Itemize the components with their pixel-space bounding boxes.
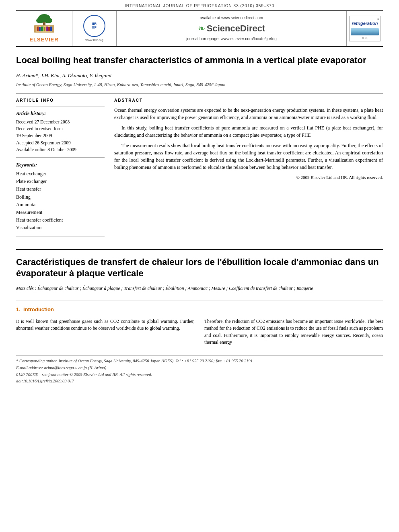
svg-rect-9 <box>44 27 45 31</box>
introduction-section: 1. Introduction It is well known that gr… <box>16 300 383 346</box>
article-info-header: ARTICLE INFO <box>16 98 105 103</box>
intro-right-col: Therefore, the reduction of CO2 emission… <box>204 318 383 346</box>
keyword-plate-exchanger: Plate exchanger <box>16 178 105 185</box>
footnote-license: 0140-7007/$ – see front matter © 2009 El… <box>16 372 383 378</box>
elsevier-tree-icon <box>30 13 58 35</box>
sciencedirect-block: available at www.sciencedirect.com ❧ Sci… <box>117 11 347 46</box>
affiliation: Institute of Ocean Energy, Saga Universi… <box>16 82 383 88</box>
keyword-htc: Heat transfer coefficient <box>16 216 105 224</box>
svg-point-4 <box>36 18 44 23</box>
keyword-measurement: Measurement <box>16 209 105 216</box>
abstract-para-2: In this study, boiling heat transfer coe… <box>114 124 383 139</box>
svg-rect-8 <box>41 27 43 31</box>
footnotes: * Corresponding author. Institute of Oce… <box>16 355 383 384</box>
article-info-abstract: ARTICLE INFO Article history: Received 2… <box>16 98 383 239</box>
footnote-corresponding: * Corresponding author. Institute of Oce… <box>16 358 383 364</box>
history-item-1: Received 27 December 2008 <box>16 119 105 125</box>
divider-4 <box>16 236 105 236</box>
svg-point-5 <box>44 18 52 23</box>
history-label: Article history: <box>16 110 105 117</box>
refrig-title: refrigeration <box>351 21 379 26</box>
history-item-3: 19 September 2009 <box>16 132 105 139</box>
article-title: Local boiling heat transfer characterist… <box>16 55 383 66</box>
refrig-box: ≡ refrigeration ⊕ ⊙ <box>349 16 380 42</box>
introduction-columns: It is well known that greenhouse gases s… <box>16 318 383 346</box>
divider-1 <box>16 93 383 94</box>
history-item-5: Available online 8 October 2009 <box>16 146 105 153</box>
divider-2 <box>16 107 105 107</box>
abstract-para-3: The measurement results show that local … <box>114 142 383 171</box>
history-item-2: Received in revised form <box>16 125 105 132</box>
svg-rect-11 <box>48 27 50 31</box>
abstract-para-1: Ocean thermal energy conversion systems … <box>114 107 383 121</box>
mots-cles-label: Mots clés : <box>16 286 36 291</box>
keyword-heat-exchanger: Heat exchanger <box>16 170 105 178</box>
authors-line: H. Arima*, J.H. Kim, A. Okamoto, Y. Ikeg… <box>16 72 383 79</box>
history-item-4: Accepted 26 September 2009 <box>16 140 105 146</box>
refrigeration-journal-cover: ≡ refrigeration ⊕ ⊙ <box>347 11 383 46</box>
svg-rect-7 <box>39 27 41 31</box>
journal-header: INTERNATIONAL JOURNAL OF REFRIGERATION 3… <box>0 0 399 10</box>
abstract-col: ABSTRACT Ocean thermal energy conversion… <box>114 98 383 239</box>
mots-cles-values: Échangeur de chaleur ; Échangeur à plaqu… <box>37 286 313 291</box>
svg-rect-6 <box>37 27 39 31</box>
french-section: Caractéristiques de transfert de chaleur… <box>16 249 383 292</box>
elsevier-label: ELSEVIER <box>29 36 58 43</box>
elsevier-logo: ELSEVIER <box>16 11 72 46</box>
sd-available-text: available at www.sciencedirect.com <box>200 15 263 21</box>
abstract-text: Ocean thermal energy conversion systems … <box>114 107 383 181</box>
french-title: Caractéristiques de transfert de chaleur… <box>16 257 383 279</box>
logos-bar: ELSEVIER IIRIIF www.iifiir.org available… <box>16 10 383 47</box>
keyword-heat-transfer: Heat transfer <box>16 185 105 193</box>
svg-rect-12 <box>50 27 52 31</box>
footnote-email: E-mail address: arima@ioes.saga-u.ac.jp … <box>16 365 383 371</box>
iifiir-emblem: IIRIIF <box>83 15 105 37</box>
sd-homepage-text: journal homepage: www.elsevier.com/locat… <box>186 36 277 42</box>
sciencedirect-logo: ❧ ScienceDirect <box>198 23 265 35</box>
mots-cles: Mots clés : Échangeur de chaleur ; Échan… <box>16 285 383 292</box>
abstract-header: ABSTRACT <box>114 98 383 103</box>
iifiir-url: www.iifiir.org <box>85 38 103 42</box>
keyword-boiling: Boiling <box>16 193 105 201</box>
keywords-label: Keywords: <box>16 162 105 168</box>
svg-rect-10 <box>46 27 48 31</box>
sd-leaves-icon: ❧ <box>198 23 205 35</box>
copyright-line: © 2009 Elsevier Ltd and IIR. All rights … <box>114 174 383 181</box>
iifiir-logo: IIRIIF www.iifiir.org <box>72 11 117 46</box>
main-content: Local boiling heat transfer characterist… <box>16 55 383 384</box>
footnote-doi: doi:10.1016/j.ijrefrig.2009.09.017 <box>16 378 383 384</box>
intro-left-col: It is well known that greenhouse gases s… <box>16 318 195 346</box>
article-info-col: ARTICLE INFO Article history: Received 2… <box>16 98 105 239</box>
keyword-visualization: Visualization <box>16 224 105 232</box>
divider-3 <box>16 157 105 158</box>
keyword-ammonia: Ammonia <box>16 201 105 209</box>
sd-wordmark: ScienceDirect <box>207 23 265 35</box>
section-number: 1. Introduction <box>16 306 383 313</box>
